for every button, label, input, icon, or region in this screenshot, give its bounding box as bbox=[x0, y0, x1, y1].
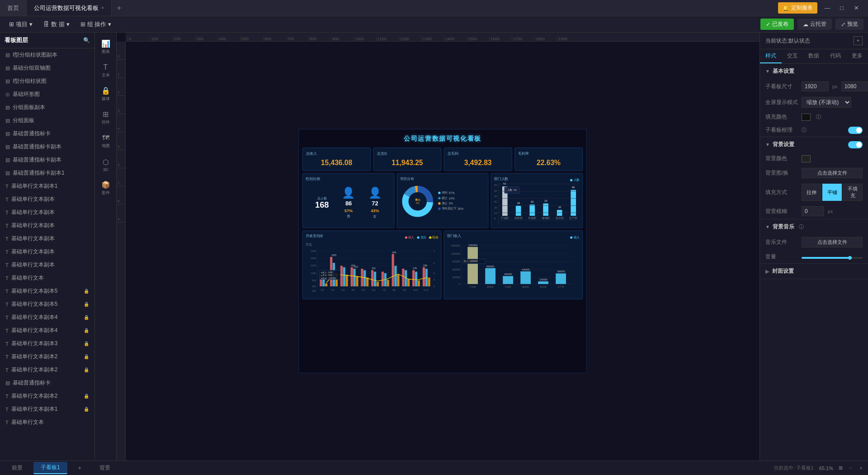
tab-more[interactable]: 更多 bbox=[846, 49, 868, 63]
sidebar-item-23[interactable]: T 基础单行文本副本2 🔒 bbox=[0, 350, 94, 363]
sidebar-item-15[interactable]: T 基础单行文本副本 bbox=[0, 245, 94, 258]
bottom-tab-add[interactable]: + bbox=[71, 463, 89, 473]
fill-color-swatch[interactable] bbox=[802, 114, 811, 121]
fill-stretch-button[interactable]: 拉伸 bbox=[802, 184, 821, 201]
publish-button[interactable]: ✓ 已发布 bbox=[760, 19, 794, 30]
custom-service-button[interactable]: 🔔 定制服务 bbox=[778, 2, 817, 14]
sidebar-item-26[interactable]: T 基础单行文本副本2 🔒 bbox=[0, 390, 94, 403]
cover-settings-header[interactable]: ▶ 封面设置 bbox=[760, 264, 868, 279]
canvas-height-input[interactable] bbox=[841, 81, 868, 91]
bg-image-button[interactable]: 点击选择文件 bbox=[802, 168, 863, 178]
minimize-button[interactable]: — bbox=[821, 2, 834, 14]
icon-bar-item-图表[interactable]: 📊 图表 bbox=[97, 36, 115, 58]
basic-settings-header[interactable]: ▼ 基本设置 bbox=[760, 64, 868, 79]
data-menu[interactable]: 🗄 数 据 ▾ bbox=[39, 19, 74, 30]
sidebar-item-17[interactable]: T 基础单行文本 bbox=[0, 271, 94, 285]
sidebar-item-3[interactable]: ◎ 基础环形图 bbox=[0, 88, 94, 101]
project-menu[interactable]: ⊞ 项目 ▾ bbox=[5, 19, 37, 30]
fit-icon[interactable]: ⊞ bbox=[839, 465, 843, 471]
sidebar-item-4[interactable]: ▤ 分组面板副本 bbox=[0, 101, 94, 114]
sidebar-item-label-12: 基础单行文本副本 bbox=[11, 209, 55, 216]
bottom-tab-background[interactable]: 背景 bbox=[92, 462, 118, 474]
music-settings-header[interactable]: ▼ 背景音乐 ⓘ bbox=[760, 219, 868, 234]
music-file-label: 音乐文件 bbox=[765, 238, 798, 246]
canvas-area[interactable]: 0 100 200 300 400 500 600 700 800 900 10… bbox=[117, 33, 760, 461]
sidebar-item-25[interactable]: ▤ 基础普通指标卡 bbox=[0, 376, 94, 390]
canvas-content[interactable]: 公司运营数据可视化看板 总收入 15,436.08 总支出 11,943.25 … bbox=[126, 42, 760, 461]
sidebar-item-1[interactable]: ▤ 基础分组双轴图 bbox=[0, 62, 94, 75]
cloud-button[interactable]: ☁ 云托管 bbox=[797, 19, 832, 30]
sidebar-item-24[interactable]: T 基础单行文本副本2 🔒 bbox=[0, 363, 94, 376]
sidebar-item-icon-17: T bbox=[5, 276, 9, 281]
tab-active[interactable]: 公司运营数据可视化看板 × bbox=[27, 0, 112, 16]
donut-svg: 博士 3% bbox=[400, 184, 435, 219]
sidebar-item-12[interactable]: T 基础单行文本副本 bbox=[0, 206, 94, 219]
tab-close-btn[interactable]: × bbox=[101, 5, 104, 10]
sidebar-search-icon[interactable]: 🔍 bbox=[83, 37, 90, 43]
volume-knob[interactable] bbox=[848, 256, 852, 260]
fill-none-button[interactable]: 不填充 bbox=[843, 184, 863, 201]
svg-text:900: 900 bbox=[312, 279, 316, 282]
sidebar-item-16[interactable]: T 基础单行文本副本 bbox=[0, 258, 94, 271]
add-state-button[interactable]: + bbox=[854, 36, 863, 45]
maximize-button[interactable]: □ bbox=[835, 2, 848, 14]
icon-bar-item-控件[interactable]: ⊞ 控件 bbox=[97, 107, 115, 128]
close-button[interactable]: ✕ bbox=[850, 2, 863, 14]
volume-bar[interactable] bbox=[802, 257, 863, 259]
sidebar-item-28[interactable]: T 基础单行文本 bbox=[0, 416, 94, 429]
zoom-out-icon[interactable]: － bbox=[848, 465, 853, 471]
sidebar-item-13[interactable]: T 基础单行文本副本 bbox=[0, 219, 94, 232]
icon-bar-item-3D[interactable]: ⬡ 3D bbox=[97, 154, 115, 176]
project-icon: ⊞ bbox=[9, 21, 14, 28]
bottom-tab-front[interactable]: 前景 bbox=[5, 462, 30, 474]
svg-rect-64 bbox=[428, 278, 430, 287]
sidebar-item-27[interactable]: T 基础单行文本副本1 🔒 bbox=[0, 403, 94, 416]
icon-bar-item-套件[interactable]: 📦 套件 bbox=[97, 177, 115, 199]
background-settings-header[interactable]: ▼ 背景设置 bbox=[760, 137, 868, 152]
sidebar-item-icon-20: T bbox=[5, 315, 9, 320]
dashboard: 公司运营数据可视化看板 总收入 15,436.08 总支出 11,943.25 … bbox=[299, 129, 587, 373]
tab-data[interactable]: 数据 bbox=[803, 49, 825, 63]
sidebar-item-14[interactable]: T 基础单行文本副本 bbox=[0, 232, 94, 245]
monthly-unit: 万元 bbox=[306, 243, 438, 247]
basic-settings-section: ▼ 基本设置 子看板尺寸 px px 全屏显示模式 缩放 (不滚动) 填充颜色 … bbox=[760, 64, 868, 137]
canvas-width-input[interactable] bbox=[802, 81, 829, 91]
sidebar-item-7[interactable]: ▤ 基础普通指标卡副本 bbox=[0, 140, 94, 153]
fullscreen-select[interactable]: 缩放 (不滚动) bbox=[802, 97, 851, 108]
bottom-tab-sub[interactable]: 子看板1 bbox=[33, 462, 67, 474]
sidebar-item-5[interactable]: ▤ 分组面板 bbox=[0, 114, 94, 127]
dept-income-title: 部门收入 bbox=[447, 234, 461, 239]
sidebar-item-0[interactable]: ▤ I型分组柱状图副本 bbox=[0, 48, 94, 62]
tab-interaction[interactable]: 交互 bbox=[782, 49, 803, 63]
music-file-button[interactable]: 点击选择文件 bbox=[802, 237, 863, 247]
sidebar-item-2[interactable]: ▤ I型分组柱状图 bbox=[0, 75, 94, 88]
sidebar-item-19[interactable]: T 基础单行文本副本5 🔒 bbox=[0, 298, 94, 311]
sidebar-item-icon-12: T bbox=[5, 210, 9, 215]
child-border-toggle[interactable] bbox=[848, 127, 863, 134]
tab-style[interactable]: 样式 bbox=[760, 49, 782, 63]
tab-code[interactable]: 代码 bbox=[825, 49, 846, 63]
tab-add-btn[interactable]: + bbox=[112, 4, 127, 12]
bg-color-swatch[interactable] bbox=[802, 155, 811, 162]
sidebar-item-10[interactable]: T 基础单行文本副本1 bbox=[0, 180, 94, 193]
sidebar-item-18[interactable]: T 基础单行文本副本5 🔒 bbox=[0, 285, 94, 298]
sidebar-item-20[interactable]: T 基础单行文本副本4 🔒 bbox=[0, 311, 94, 324]
tab-home[interactable]: 首页 bbox=[0, 0, 27, 16]
sidebar-item-8[interactable]: ▤ 基础普通指标卡副本 bbox=[0, 153, 94, 166]
zoom-in-icon[interactable]: ＋ bbox=[859, 465, 863, 471]
icon-bar-item-地图[interactable]: 🗺 地图 bbox=[97, 130, 115, 152]
sidebar-item-21[interactable]: T 基础单行文本副本4 🔒 bbox=[0, 324, 94, 337]
icon-bar-item-文本[interactable]: T 文本 bbox=[97, 60, 115, 81]
icon-bar-item-媒体[interactable]: 🔒 媒体 bbox=[97, 83, 115, 105]
bg-blur-input[interactable] bbox=[802, 206, 824, 216]
sidebar-item-11[interactable]: T 基础单行文本副本 bbox=[0, 193, 94, 206]
operation-menu[interactable]: ⊞ 组 操作 ▾ bbox=[76, 19, 116, 30]
sidebar-item-label-8: 基础普通指标卡副本 bbox=[13, 156, 61, 164]
sidebar-item-9[interactable]: ▤ 基础普通指标卡副本1 bbox=[0, 166, 94, 180]
sidebar-item-22[interactable]: T 基础单行文本副本3 🔒 bbox=[0, 337, 94, 350]
bg-settings-enable-toggle[interactable] bbox=[848, 141, 863, 148]
preview-button[interactable]: ⤢ 预览 bbox=[835, 19, 863, 30]
fill-tile-button[interactable]: 平铺 bbox=[822, 184, 842, 201]
sidebar-item-6[interactable]: ▤ 基础普通指标卡 bbox=[0, 127, 94, 140]
sidebar-item-icon-2: ▤ bbox=[5, 78, 10, 84]
